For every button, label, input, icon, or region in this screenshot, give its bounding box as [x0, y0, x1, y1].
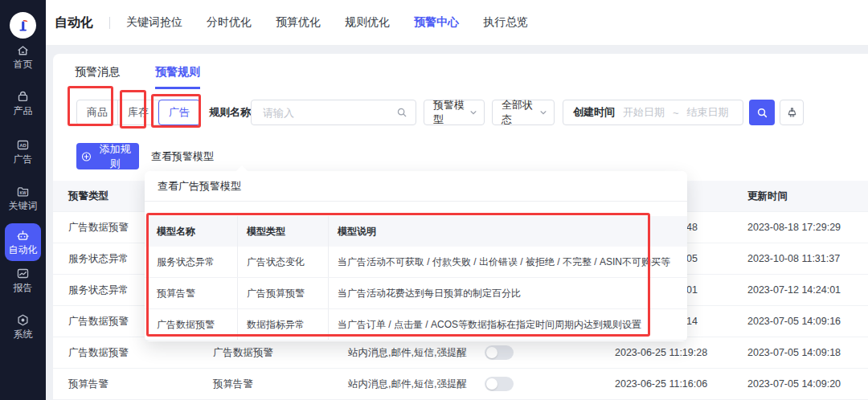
alert-type-cell: 预算告警 [68, 378, 213, 391]
col-model-name: 模型名称 [145, 216, 238, 247]
updated-time-cell: 2023-07-05 14:09:18 [698, 347, 868, 358]
broom-icon [786, 107, 798, 119]
created-time-cell: 2023-06-25 11:16:06 [615, 378, 698, 390]
notify-methods-cell: 站内消息,邮件,短信,强提醒 [348, 346, 485, 360]
home-icon [16, 43, 30, 57]
topnav-item[interactable]: 预算优化 [276, 15, 321, 30]
model-table-header: 模型名称 模型类型 模型说明 [145, 216, 687, 247]
add-rule-label: 添加规则 [96, 142, 134, 171]
sidebar-item-report[interactable]: 报告 [0, 267, 46, 294]
topnav-item[interactable]: 执行总览 [483, 15, 528, 30]
sidebar-item-label: 产品 [14, 105, 33, 116]
add-rule-button[interactable]: 添加规则 [76, 143, 139, 169]
status-toggle[interactable] [485, 345, 514, 360]
popup-title: 查看广告预警模型 [145, 171, 687, 201]
status-cell [485, 377, 615, 391]
sidebar-item-label: 自动化 [9, 244, 38, 255]
date-separator: ~ [673, 107, 679, 119]
sidebar-item-home[interactable]: 首页 [0, 43, 46, 71]
model-type-cell: 广告状态变化 [238, 247, 329, 277]
topnav-item[interactable]: 关键词抢位 [126, 15, 182, 30]
col-model-desc: 模型说明 [329, 216, 687, 247]
updated-time-cell: 2023-07-05 14:09:20 [698, 378, 868, 390]
rule-name-cell: 广告数据预警 [213, 346, 348, 360]
model-row: 广告数据预警数据指标异常当广告订单 / 点击量 / ACOS等数据指标在指定时间… [145, 309, 687, 341]
model-row: 服务状态异常广告状态变化当广告活动不可获取 / 付款失败 / 出价错误 / 被拒… [145, 247, 687, 278]
tab-bar: 预警消息预警规则 [75, 65, 200, 89]
plus-circle-icon [81, 151, 92, 162]
updated-time-cell: 2023-07-05 14:09:16 [698, 316, 868, 327]
rule-name-input[interactable] [261, 106, 396, 120]
sidebar-item-product[interactable]: 产品 [0, 90, 46, 117]
date-range-label: 创建时间 [573, 105, 615, 120]
model-dropdown[interactable]: 预警模型 [424, 100, 485, 125]
tab-messages[interactable]: 预警消息 [75, 65, 120, 89]
sidebar-item-ad[interactable]: AD广告 [0, 138, 46, 165]
sidebar-item-label: 广告 [14, 153, 33, 165]
model-row: 预算告警广告预算预警当广告活动花费达到每日预算的制定百分比 [145, 278, 687, 309]
report-icon [16, 267, 30, 280]
segment-inventory[interactable]: 库存 [118, 100, 159, 124]
screen: 首页产品AD广告KW关键词自动化报告系统 自动化 关键词抢位分时优化预算优化规则… [0, 0, 868, 400]
model-dropdown-value: 预警模型 [433, 98, 465, 127]
table-row: 预算告警预算告警站内消息,邮件,短信,强提醒2023-06-25 11:16:0… [53, 369, 868, 400]
model-table: 模型名称 模型类型 模型说明 服务状态异常广告状态变化当广告活动不可获取 / 付… [145, 216, 687, 341]
model-type-cell: 数据指标异常 [238, 309, 329, 340]
model-name-cell: 服务状态异常 [145, 247, 238, 277]
system-icon [16, 313, 30, 327]
updated-time-cell: 2023-08-18 17:29:29 [698, 222, 868, 233]
status-dropdown-value: 全部状态 [502, 98, 534, 127]
sidebar-item-label: 系统 [14, 329, 33, 340]
clear-filters-button[interactable] [780, 100, 804, 125]
date-range-picker[interactable]: 创建时间 开始日期 ~ 结束日期 [563, 100, 743, 125]
automation-icon [16, 229, 30, 243]
model-desc-cell: 当广告活动不可获取 / 付款失败 / 出价错误 / 被拒绝 / 不完整 / AS… [329, 247, 687, 277]
scope-segmented-control: 商品库存广告 [76, 100, 200, 125]
updated-time-cell: 2023-07-12 14:24:01 [698, 284, 868, 296]
date-start-placeholder: 开始日期 [623, 105, 665, 120]
model-desc-cell: 当广告活动花费达到每日预算的制定百分比 [329, 278, 687, 308]
status-dropdown[interactable]: 全部状态 [492, 100, 555, 125]
segment-ads[interactable]: 广告 [158, 100, 200, 125]
segment-goods[interactable]: 商品 [77, 100, 118, 124]
rule-name-cell: 预算告警 [213, 378, 348, 391]
sidebar-item-label: 关键词 [9, 200, 38, 211]
sidebar-item-system[interactable]: 系统 [0, 313, 46, 341]
keyword-icon: KW [16, 185, 30, 198]
logo-icon [15, 18, 31, 34]
rule-name-label: 规则名称 [209, 100, 251, 125]
app-logo[interactable] [10, 12, 36, 39]
rule-name-inputbox [251, 100, 416, 125]
model-desc-cell: 当广告订单 / 点击量 / ACOS等数据指标在指定时间周期内达到规则设置 [329, 309, 687, 340]
notify-methods-cell: 站内消息,邮件,短信,强提醒 [348, 378, 485, 391]
sidebar-item-keyword[interactable]: KW关键词 [0, 185, 46, 212]
svg-text:AD: AD [19, 143, 27, 148]
col-model-type: 模型类型 [238, 216, 329, 247]
search-button[interactable] [749, 100, 775, 125]
search-icon [756, 107, 768, 119]
topnav-item[interactable]: 规则优化 [345, 15, 390, 30]
popup-divider [145, 201, 687, 202]
ad-icon: AD [16, 138, 30, 152]
sidebar-item-label: 首页 [14, 59, 33, 70]
sidebar-item-automation[interactable]: 自动化 [5, 223, 41, 261]
status-toggle[interactable] [485, 377, 514, 391]
view-alert-models-link[interactable]: 查看预警模型 [151, 143, 214, 169]
sidebar: 首页产品AD广告KW关键词自动化报告系统 [0, 0, 46, 400]
search-icon [396, 107, 407, 118]
topbar-divider [109, 17, 110, 29]
tab-rules[interactable]: 预警规则 [155, 65, 200, 89]
filter-row: 商品库存广告 规则名称 预警模型 全部状态 [53, 100, 868, 125]
chevron-down-icon [539, 108, 547, 116]
topnav-item[interactable]: 分时优化 [207, 15, 252, 30]
svg-text:KW: KW [20, 191, 27, 195]
date-end-placeholder: 结束日期 [687, 105, 729, 120]
table-row: 广告数据预警广告数据预警站内消息,邮件,短信,强提醒2023-06-25 11:… [53, 337, 868, 369]
alert-type-cell: 广告数据预警 [68, 346, 213, 360]
ad-alert-model-popup: 查看广告预警模型 模型名称 模型类型 模型说明 服务状态异常广告状态变化当广告活… [145, 171, 687, 341]
topnav-item[interactable]: 预警中心 [414, 15, 459, 30]
topbar: 自动化 关键词抢位分时优化预算优化规则优化预警中心执行总览 [46, 0, 868, 46]
chevron-down-icon [469, 108, 477, 116]
status-cell [485, 345, 615, 360]
sidebar-item-label: 报告 [14, 282, 33, 293]
